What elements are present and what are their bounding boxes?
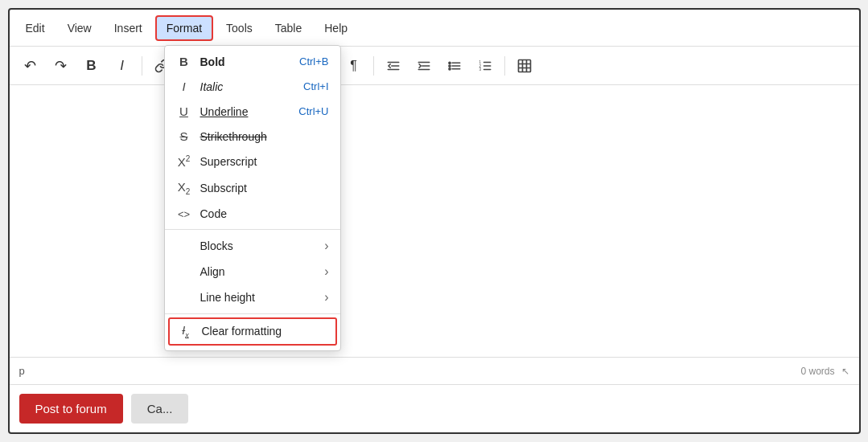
superscript-label: Superscript <box>200 155 257 168</box>
editor-container: Edit View Insert Format Tools Table Help… <box>8 8 861 434</box>
toolbar-sep-4 <box>504 56 505 76</box>
clear-formatting-label: Clear formatting <box>202 325 282 338</box>
table-button[interactable] <box>510 51 539 80</box>
strikethrough-label: Strikethrough <box>200 130 267 143</box>
numbered-list-button[interactable]: 1 2 3 <box>471 51 500 80</box>
editor-area[interactable] <box>10 85 859 357</box>
dropdown-underline[interactable]: U Underline Ctrl+U <box>165 99 340 124</box>
bold-button[interactable]: B <box>77 51 106 80</box>
align-label: Align <box>200 265 225 278</box>
line-height-label: Line height <box>200 291 256 304</box>
underline-label: Underline <box>200 105 249 118</box>
svg-point-20 <box>448 68 450 69</box>
dropdown-superscript[interactable]: X2 Superscript <box>165 149 340 174</box>
post-to-forum-button[interactable]: Post to forum <box>19 394 123 424</box>
menu-format[interactable]: Format <box>155 15 213 41</box>
bold-label: Bold <box>200 55 225 68</box>
dropdown-align[interactable]: Align <box>165 259 340 284</box>
resize-handle[interactable]: ↖ <box>841 366 849 377</box>
clear-formatting-icon: Ix <box>178 324 194 339</box>
bold-icon: B <box>176 55 192 68</box>
cancel-button[interactable]: Ca... <box>131 394 189 424</box>
dropdown-bold[interactable]: B Bold Ctrl+B <box>165 49 340 74</box>
svg-point-16 <box>448 62 450 63</box>
ltr-button[interactable]: ¶ <box>339 51 368 80</box>
footer-bar: Post to forum Ca... <box>10 384 859 432</box>
status-bar: p 0 words ↖ <box>10 357 859 384</box>
menu-bar: Edit View Insert Format Tools Table Help… <box>10 10 859 47</box>
menu-insert[interactable]: Insert <box>105 17 152 39</box>
italic-label: Italic <box>200 80 224 93</box>
paragraph-indicator: p <box>19 365 25 377</box>
dropdown-subscript[interactable]: X2 Subscript <box>165 174 340 202</box>
dropdown-line-height[interactable]: Line height <box>165 284 340 310</box>
dropdown-separator-2 <box>165 313 340 314</box>
dropdown-separator-1 <box>165 229 340 230</box>
dropdown-clear-formatting[interactable]: Ix Clear formatting <box>168 317 337 346</box>
underline-icon: U <box>176 104 192 118</box>
subscript-icon: X2 <box>176 180 192 196</box>
toolbar: ↶ ↷ B I <box>10 47 859 85</box>
word-count: 0 words <box>800 366 834 377</box>
menu-table[interactable]: Table <box>265 17 311 39</box>
svg-point-18 <box>448 64 450 66</box>
svg-text:3: 3 <box>479 68 481 72</box>
menu-view[interactable]: View <box>58 17 101 39</box>
code-label: Code <box>200 207 227 220</box>
format-dropdown: B Bold Ctrl+B I Italic Ctrl+I U Underlin… <box>164 45 341 351</box>
increase-indent-button[interactable] <box>409 51 438 80</box>
italic-icon: I <box>176 80 192 93</box>
status-right: 0 words ↖ <box>800 366 849 377</box>
dropdown-strikethrough[interactable]: S Strikethrough <box>165 124 340 149</box>
menu-tools[interactable]: Tools <box>216 17 262 39</box>
bold-shortcut: Ctrl+B <box>299 55 328 68</box>
menu-edit[interactable]: Edit <box>16 17 55 39</box>
toolbar-sep-3 <box>373 56 374 76</box>
italic-button[interactable]: I <box>108 51 137 80</box>
redo-button[interactable]: ↷ <box>47 51 76 80</box>
menu-help[interactable]: Help <box>315 17 357 39</box>
strikethrough-icon: S <box>176 129 192 143</box>
decrease-indent-button[interactable] <box>379 51 408 80</box>
code-icon: <> <box>176 208 192 220</box>
dropdown-blocks[interactable]: Blocks <box>165 233 340 259</box>
italic-shortcut: Ctrl+I <box>303 80 328 92</box>
underline-shortcut: Ctrl+U <box>298 105 328 117</box>
dropdown-italic[interactable]: I Italic Ctrl+I <box>165 74 340 99</box>
dropdown-code[interactable]: <> Code <box>165 202 340 226</box>
blocks-label: Blocks <box>200 239 233 252</box>
subscript-label: Subscript <box>200 182 247 194</box>
undo-button[interactable]: ↶ <box>16 51 45 80</box>
bullet-list-button[interactable] <box>440 51 469 80</box>
toolbar-sep-1 <box>142 56 142 76</box>
superscript-icon: X2 <box>176 154 192 169</box>
status-left: p <box>19 365 25 377</box>
svg-rect-28 <box>518 59 530 72</box>
